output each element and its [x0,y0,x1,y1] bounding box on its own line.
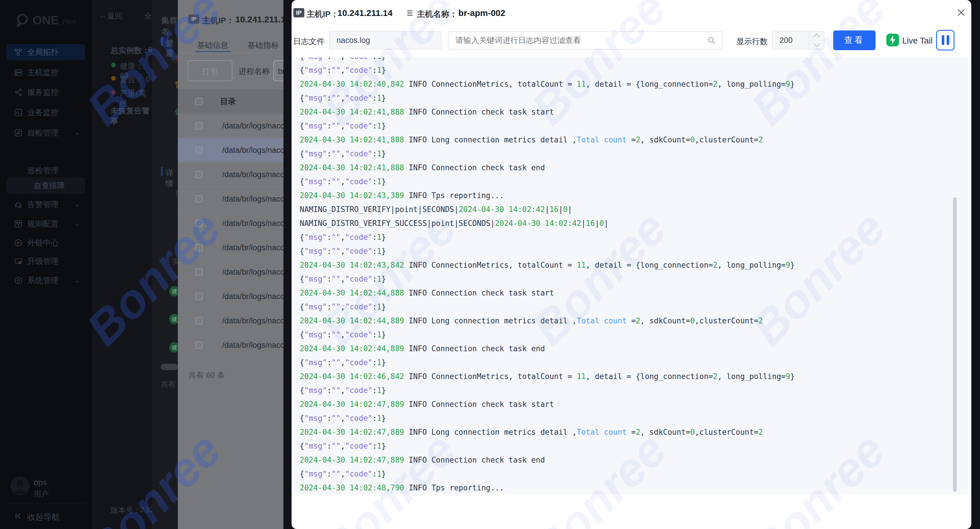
sidebar-item-3[interactable]: 服务监控 [0,84,92,100]
directory-row[interactable]: /data/br/logs/nacos [178,260,283,284]
sidebar-item-11[interactable]: 升级管理 [0,253,92,269]
view-button[interactable]: 查看 [833,30,875,50]
sidebar-item-label: 全局拓扑 [27,47,59,57]
stepper-up-button[interactable] [810,31,824,41]
log-line: 2024-04-30 14:02:40,842 INFO ConnectionM… [300,77,795,91]
row-checkbox[interactable] [195,342,203,349]
sidebar-item-8[interactable]: 告警管理 [0,196,92,213]
log-line: {"msg":"","code":1} [300,328,795,342]
total-instances-label: 总实例数： [111,45,150,56]
healthy-fragment: 健 [175,107,178,116]
log-line: {"msg":"","code":1} [300,300,795,314]
back-arrow-icon[interactable]: ← [99,11,107,20]
user-name: ops [33,478,47,487]
process-name-input[interactable]: br [273,60,283,81]
tab-basic-info[interactable]: 基础信息 [197,40,228,51]
row-checkbox[interactable] [195,195,203,203]
log-line: {"msg":"","code":1} [300,439,795,453]
sidebar-item-4[interactable]: 业务监控 [0,105,92,121]
ip-badge-icon: IP [188,14,199,24]
onepilot-logo-icon [13,12,30,29]
sidebar-item-10[interactable]: 外链中心 [0,235,92,251]
live-tail-icon [886,33,899,46]
log-line: 2024-04-30 14:02:44,888 INFO Connection … [300,286,795,300]
tab-basic-metrics[interactable]: 基础指标 [247,40,279,51]
log-content-area: {"msg":"","code":1}{"msg":"","code":1}20… [294,57,968,494]
log-line: {"msg":"","code":1} [300,411,795,425]
pause-button[interactable] [936,30,955,51]
host-name-value: br-apm-002 [458,8,505,18]
user-role: 用户 [33,489,49,499]
row-checkbox[interactable] [195,268,203,276]
active-tab-underline [195,51,231,52]
search-input[interactable] [448,31,723,49]
log-line: {"msg":"","code":1} [300,467,795,481]
directory-path: /data/br/logs/nacos [222,267,283,276]
link-icon [14,238,22,247]
log-line: {"msg":"","code":1} [300,244,795,258]
table-header: 目录 [178,89,283,114]
directory-path: /data/br/logs/nacos [222,219,283,228]
log-line: 2024-04-30 14:02:44,889 INFO Long connec… [300,314,795,328]
total-instances-value: 6 [148,45,152,54]
healthy-badge: 健 [169,314,178,324]
directory-column-header: 目录 [220,96,236,107]
stepper-down-button[interactable] [810,40,824,49]
section-bar [161,167,163,176]
log-line: NAMING_DISTRO_VERIFY|point|SECONDS|2024-… [300,202,795,216]
instance-fragment: 实 [172,257,178,266]
row-checkbox[interactable] [195,219,203,227]
directory-row[interactable]: /data/br/logs/nacos [178,333,283,357]
version-value: 2.12 [140,505,152,514]
sidebar-item-2[interactable]: 主机监控 [0,64,92,81]
row-checkbox[interactable] [195,122,203,130]
page-title-fragment: 全 [144,11,152,21]
back-link[interactable]: 返回 [107,11,123,21]
progress-bar [161,364,178,370]
version-label: 版本号： [111,505,141,515]
row-checkbox[interactable] [195,317,203,324]
avatar[interactable] [10,476,30,496]
sidebar-item-9[interactable]: 规则配置 [0,216,92,232]
log-line: 2024-04-30 14:02:44,889 INFO Connection … [300,342,795,356]
warning-fragment: 警 [175,80,178,90]
directory-row[interactable]: /data/br/logs/nacos [178,138,283,162]
sidebar-item-label: 业务监控 [27,107,59,118]
host-icon [14,68,22,77]
pack-button[interactable]: 打包 [188,60,232,81]
directory-row[interactable]: /data/br/logs/nacos [178,162,283,187]
row-checkbox[interactable] [195,171,203,178]
directory-path: /data/br/logs/nacos [222,146,283,154]
directory-row[interactable]: /data/br/logs/nacos [178,187,283,211]
host-list-icon [406,9,414,17]
directory-row[interactable]: /data/br/logs/nacos [178,211,283,235]
log-line: {"msg":"","code":1} [300,230,795,244]
log-file-input[interactable] [329,31,442,49]
log-file-label: 日志文件 [293,36,325,47]
sidebar-item-7[interactable]: 自查排障 [6,178,85,194]
log-scrollbar-thumb[interactable] [953,197,957,492]
search-icon[interactable] [707,36,716,44]
directory-path: /data/br/logs/nacos [222,316,283,325]
log-lines: {"msg":"","code":1}{"msg":"","code":1}20… [300,57,795,494]
directory-row[interactable]: /data/br/logs/nacos [178,308,283,333]
sidebar-item-6[interactable]: 巡检管理 [0,162,92,179]
sidebar-item-5[interactable]: 自检管理 [0,125,92,141]
row-checkbox[interactable] [195,244,203,251]
directory-row[interactable]: /data/br/logs/nacos [178,284,283,308]
select-all-checkbox[interactable] [195,98,203,105]
directory-path: /data/br/logs/nacos [222,340,283,349]
directory-row[interactable]: /data/br/logs/nacos [178,235,283,260]
chevron-up-icon [74,130,80,136]
drawer-ip-label: 主机IP： [202,15,234,26]
sidebar-item-label: 升级管理 [27,256,59,267]
directory-row[interactable]: /data/br/logs/nacos [178,114,283,138]
sidebar-item-1[interactable]: 全局拓扑 [6,44,85,60]
directory-path: /data/br/logs/nacos [222,243,283,252]
row-checkbox[interactable] [195,292,203,300]
sidebar-item-12[interactable]: 系统管理 [0,272,92,289]
section-bar [161,37,163,46]
close-icon[interactable] [956,7,966,18]
row-checkbox[interactable] [195,146,203,154]
collapse-nav-button[interactable]: 收起导航 [0,509,92,523]
